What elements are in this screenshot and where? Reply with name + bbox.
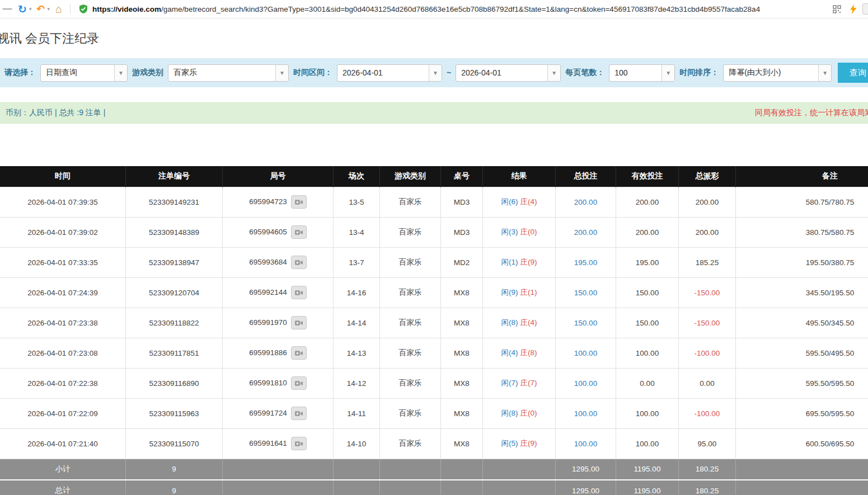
cell-game-type: 百家乐 bbox=[380, 187, 441, 217]
cell-session: 14-13 bbox=[334, 338, 380, 368]
qr-code-icon[interactable] bbox=[830, 2, 843, 16]
time-range-label: 时间区间： bbox=[293, 68, 332, 78]
cell-time: 2026-04-01 07:22:38 bbox=[0, 368, 126, 398]
cell-table-no: MX8 bbox=[441, 398, 483, 428]
result-player: 闲(6) bbox=[501, 197, 518, 206]
page-size-label: 每页笔数： bbox=[565, 68, 604, 78]
col-header-time: 时间 bbox=[0, 166, 126, 187]
video-replay-button[interactable] bbox=[291, 437, 307, 450]
page-title: 视讯 会员下注纪录 bbox=[0, 30, 868, 47]
lightning-icon[interactable] bbox=[846, 2, 860, 16]
cell-remark: 600.50/695.50 bbox=[736, 428, 868, 459]
reload-icon[interactable]: ↻ bbox=[16, 2, 29, 16]
cell-round: 695991641 bbox=[223, 428, 334, 459]
chevron-down-icon[interactable]: ▼ bbox=[547, 65, 560, 81]
cell-result: 闲(5)庄(9) bbox=[483, 428, 556, 459]
chevron-down-icon[interactable]: ▼ bbox=[818, 65, 831, 81]
total-valid-bet: 1195.00 bbox=[616, 480, 679, 495]
result-player: 闲(7) bbox=[501, 379, 518, 387]
cell-bet-id: 523309117851 bbox=[126, 338, 223, 368]
chevron-down-icon[interactable]: ▼ bbox=[661, 65, 674, 81]
cell-remark: 495.50/345.50 bbox=[736, 308, 868, 338]
cell-payout: -100.00 bbox=[679, 338, 736, 368]
result-player: 闲(1) bbox=[501, 258, 518, 266]
video-replay-button[interactable] bbox=[291, 286, 307, 299]
chevron-down-icon[interactable]: ▼ bbox=[275, 65, 288, 81]
chevron-down-icon[interactable]: ▼ bbox=[114, 65, 127, 81]
back-icon[interactable]: — bbox=[1, 2, 13, 16]
table-row: 2026-04-01 07:22:09 523309115963 6959917… bbox=[0, 398, 868, 428]
round-number: 695991886 bbox=[249, 348, 287, 357]
date-to-select[interactable]: 2026-04-01 ▼ bbox=[456, 64, 561, 82]
col-header-bet-id: 注单编号 bbox=[126, 166, 223, 187]
chevron-down-icon[interactable]: ▾ bbox=[48, 6, 50, 12]
sort-order-label: 时间排序： bbox=[679, 68, 719, 78]
address-bar[interactable]: https://videoie.com/game/betrecord_searc… bbox=[92, 5, 827, 13]
cell-game-type: 百家乐 bbox=[380, 368, 441, 398]
cell-bet-id: 523309115963 bbox=[126, 398, 223, 428]
cell-total-bet[interactable]: 100.00 bbox=[556, 368, 616, 398]
cell-total-bet[interactable]: 200.00 bbox=[556, 187, 616, 217]
subtotal-row: 小计 9 1295.00 1195.00 180.25 bbox=[0, 459, 868, 480]
result-banker: 庄(9) bbox=[520, 258, 537, 266]
col-header-session: 场次 bbox=[334, 166, 380, 187]
cell-game-type: 百家乐 bbox=[380, 247, 441, 277]
video-replay-button[interactable] bbox=[291, 407, 307, 420]
cell-total-bet[interactable]: 100.00 bbox=[556, 338, 616, 368]
round-number: 695991724 bbox=[249, 409, 287, 417]
search-button[interactable]: 查询 bbox=[838, 63, 868, 83]
cell-remark: 595.50/595.50 bbox=[736, 368, 868, 398]
cell-session: 13-4 bbox=[334, 217, 380, 247]
cell-time: 2026-04-01 07:22:09 bbox=[0, 398, 126, 428]
result-player: 闲(5) bbox=[501, 439, 518, 447]
video-replay-button[interactable] bbox=[291, 376, 307, 390]
video-replay-button[interactable] bbox=[291, 316, 307, 329]
cell-round: 695994723 bbox=[223, 187, 334, 217]
browser-menu-icon[interactable] bbox=[862, 3, 868, 15]
cell-table-no: MX8 bbox=[441, 338, 483, 368]
summary-bar: 币别：人民币 | 总共 :9 注单 | 同局有效投注，统一计算在该局筹 bbox=[0, 102, 868, 124]
cell-bet-id: 523309149231 bbox=[126, 187, 223, 217]
cell-round: 695991810 bbox=[223, 368, 334, 398]
cell-session: 14-16 bbox=[334, 277, 380, 308]
game-type-label: 游戏类别 bbox=[132, 68, 163, 78]
cell-total-bet[interactable]: 150.00 bbox=[556, 277, 616, 308]
cell-time: 2026-04-01 07:39:35 bbox=[0, 187, 126, 217]
home-icon[interactable]: ⌂ bbox=[53, 2, 65, 16]
cell-payout: -150.00 bbox=[679, 308, 736, 338]
chevron-down-icon[interactable]: ▾ bbox=[29, 6, 32, 12]
cell-round: 695993684 bbox=[223, 247, 334, 277]
video-replay-button[interactable] bbox=[291, 256, 307, 269]
round-number: 695994723 bbox=[249, 197, 287, 206]
cell-result: 闲(8)庄(0) bbox=[483, 398, 556, 428]
cell-total-bet[interactable]: 195.00 bbox=[556, 247, 616, 277]
cell-table-no: MD2 bbox=[441, 247, 483, 277]
round-number: 695993684 bbox=[249, 258, 287, 266]
col-header-total-bet: 总投注 bbox=[556, 166, 616, 187]
undo-arrow-icon[interactable]: ↶ bbox=[35, 2, 47, 16]
cell-session: 14-10 bbox=[334, 428, 380, 459]
cell-valid-bet: 100.00 bbox=[616, 338, 679, 368]
query-type-select[interactable]: 日期查询 ▼ bbox=[40, 64, 128, 82]
date-from-select[interactable]: 2026-04-01 ▼ bbox=[337, 64, 442, 82]
cell-total-bet[interactable]: 200.00 bbox=[556, 217, 616, 247]
cell-total-bet[interactable]: 100.00 bbox=[556, 428, 616, 459]
cell-table-no: MD3 bbox=[441, 217, 483, 247]
round-number: 695991810 bbox=[249, 379, 287, 387]
security-shield-icon[interactable] bbox=[79, 4, 88, 13]
cell-bet-id: 523309118822 bbox=[126, 308, 223, 338]
cell-valid-bet: 200.00 bbox=[616, 187, 679, 217]
page-size-select[interactable]: 100 ▼ bbox=[609, 64, 675, 82]
cell-round: 695991724 bbox=[223, 398, 334, 428]
cell-total-bet[interactable]: 100.00 bbox=[556, 398, 616, 428]
cell-total-bet[interactable]: 150.00 bbox=[556, 308, 616, 338]
game-type-select[interactable]: 百家乐 ▼ bbox=[168, 64, 289, 82]
chevron-down-icon[interactable]: ▼ bbox=[429, 65, 442, 81]
cell-game-type: 百家乐 bbox=[380, 308, 441, 338]
video-replay-button[interactable] bbox=[291, 346, 307, 360]
sort-order-select[interactable]: 降幂(由大到小) ▼ bbox=[723, 64, 832, 82]
video-replay-button[interactable] bbox=[291, 225, 307, 239]
result-player: 闲(3) bbox=[501, 228, 518, 236]
cell-remark: 195.50/380.75 bbox=[736, 247, 868, 277]
video-replay-button[interactable] bbox=[291, 195, 307, 209]
